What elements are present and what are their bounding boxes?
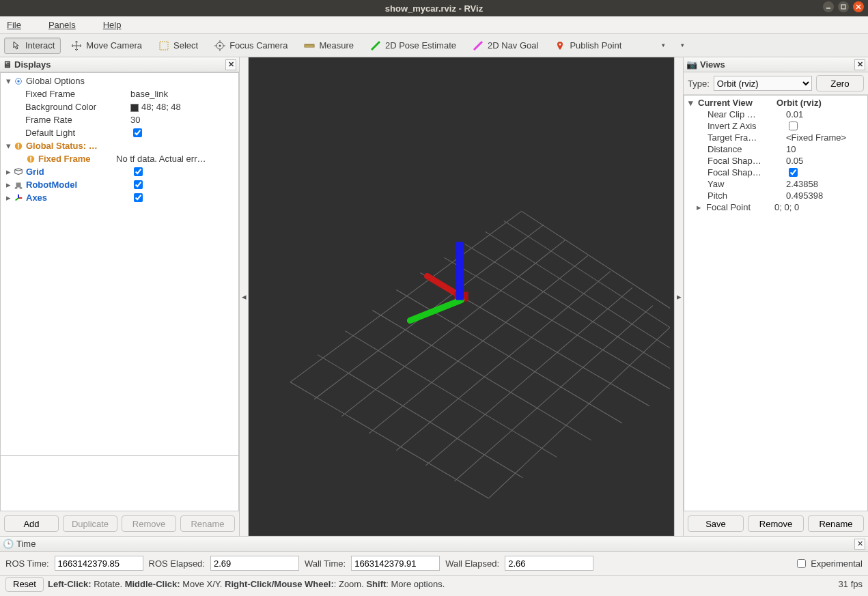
- default-light-label[interactable]: Default Light: [25, 128, 128, 138]
- views-close-icon[interactable]: ✕: [854, 59, 865, 70]
- display-description-box: [0, 455, 239, 511]
- views-remove-button[interactable]: Remove: [748, 515, 804, 532]
- ros-time-value[interactable]: [55, 556, 143, 571]
- add-button[interactable]: Add: [4, 515, 59, 532]
- display-grid-label[interactable]: Grid: [26, 167, 128, 177]
- reset-button[interactable]: Reset: [5, 577, 44, 592]
- maximize-button[interactable]: [838, 1, 849, 12]
- time-close-icon[interactable]: ✕: [854, 539, 865, 550]
- tool-measure[interactable]: Measure: [298, 38, 360, 54]
- tool-focus-camera[interactable]: Focus Camera: [208, 38, 294, 54]
- wall-elapsed-label: Wall Elapsed:: [445, 558, 499, 569]
- minimize-button[interactable]: [823, 1, 834, 12]
- yaw-value[interactable]: 2.43858: [786, 179, 867, 189]
- grid-icon: [13, 167, 24, 178]
- collapse-arrow-icon[interactable]: ▸: [3, 180, 13, 190]
- focal-point-label[interactable]: Focal Point: [706, 202, 774, 212]
- pitch-label[interactable]: Pitch: [708, 190, 786, 201]
- pitch-value[interactable]: 0.495398: [786, 190, 867, 201]
- status-bar: Reset Left-Click: Rotate. Middle-Click: …: [0, 575, 868, 593]
- expand-arrow-icon[interactable]: ▾: [688, 98, 698, 108]
- distance-value[interactable]: 10: [786, 144, 867, 154]
- yaw-label[interactable]: Yaw: [708, 179, 786, 189]
- status-hint: Left-Click: Rotate. Middle-Click: Move X…: [48, 579, 445, 589]
- collapse-arrow-icon[interactable]: ▸: [697, 202, 706, 212]
- frame-rate-value[interactable]: 30: [128, 115, 238, 125]
- fixed-frame-value[interactable]: base_link: [128, 89, 238, 99]
- focal-size-value[interactable]: 0.05: [786, 156, 867, 166]
- tool-move-camera[interactable]: Move Camera: [65, 38, 148, 54]
- time-panel-header[interactable]: 🕒 Time ✕: [0, 537, 868, 552]
- collapse-arrow-icon[interactable]: ▸: [3, 193, 13, 203]
- near-clip-label[interactable]: Near Clip …: [708, 109, 786, 119]
- target-frame-value[interactable]: <Fixed Frame>: [786, 132, 867, 143]
- svg-point-6: [219, 44, 221, 46]
- duplicate-button[interactable]: Duplicate: [63, 515, 117, 532]
- bg-color-value[interactable]: 48; 48; 48: [128, 102, 238, 112]
- views-tree[interactable]: ▾ Current View Orbit (rviz) Near Clip …0…: [684, 95, 868, 511]
- target-frame-label[interactable]: Target Fra…: [708, 132, 786, 143]
- zero-button[interactable]: Zero: [816, 75, 864, 91]
- experimental-checkbox[interactable]: [797, 559, 806, 568]
- rename-button[interactable]: Rename: [180, 515, 235, 532]
- options-icon: [13, 76, 24, 87]
- wall-elapsed-value[interactable]: [505, 556, 593, 571]
- menu-panels[interactable]: Panels: [48, 20, 89, 30]
- focal-fixed-label[interactable]: Focal Shap…: [708, 167, 786, 178]
- tool-2d-nav-goal[interactable]: 2D Nav Goal: [466, 38, 544, 54]
- close-button[interactable]: [853, 1, 864, 12]
- toolbar: Interact Move Camera Select Focus Camera…: [0, 34, 868, 57]
- status-fixed-frame-label[interactable]: Fixed Frame: [38, 154, 113, 164]
- tool-interact[interactable]: Interact: [4, 38, 61, 54]
- clock-icon: 🕒: [3, 539, 14, 549]
- focal-size-label[interactable]: Focal Shap…: [708, 156, 786, 166]
- bg-color-label[interactable]: Background Color: [25, 102, 128, 112]
- focal-point-value[interactable]: 0; 0; 0: [774, 202, 867, 212]
- ros-elapsed-value[interactable]: [210, 556, 299, 571]
- warning-icon: [13, 141, 24, 152]
- svg-line-8: [372, 42, 380, 50]
- tool-2d-pose-estimate[interactable]: 2D Pose Estimate: [364, 38, 462, 54]
- svg-rect-19: [30, 156, 31, 159]
- focal-fixed-checkbox[interactable]: [789, 168, 798, 177]
- display-axes-checkbox[interactable]: [134, 193, 143, 202]
- remove-button[interactable]: Remove: [122, 515, 176, 532]
- tool-select[interactable]: Select: [152, 38, 204, 54]
- minus-dropdown-icon[interactable]: ▼: [660, 42, 666, 48]
- invert-z-checkbox[interactable]: [789, 122, 798, 130]
- menu-file[interactable]: File: [7, 20, 35, 30]
- frame-rate-label[interactable]: Frame Rate: [25, 115, 128, 125]
- expand-arrow-icon[interactable]: ▾: [3, 141, 13, 151]
- views-rename-button[interactable]: Rename: [808, 515, 864, 532]
- displays-panel-header[interactable]: 🖥 Displays ✕: [0, 57, 239, 72]
- displays-tree[interactable]: ▾ Global Options Fixed Frame base_link B…: [0, 72, 239, 456]
- wall-time-value[interactable]: [351, 556, 440, 571]
- axes-icon: [13, 193, 24, 203]
- tool-publish-point[interactable]: Publish Point: [548, 38, 628, 54]
- displays-close-icon[interactable]: ✕: [225, 59, 236, 70]
- near-clip-value[interactable]: 0.01: [786, 109, 867, 119]
- view-type-select[interactable]: Orbit (rviz): [714, 76, 812, 91]
- display-axes-label[interactable]: Axes: [26, 193, 128, 203]
- distance-label[interactable]: Distance: [708, 144, 786, 154]
- display-robot-model-checkbox[interactable]: [134, 180, 143, 189]
- collapse-arrow-icon[interactable]: ▸: [3, 167, 13, 177]
- global-status-label[interactable]: Global Status: …: [26, 141, 128, 151]
- color-swatch: [130, 104, 139, 112]
- views-panel-header[interactable]: 📷 Views ✕: [684, 57, 868, 72]
- invert-z-label[interactable]: Invert Z Axis: [708, 121, 786, 131]
- expand-arrow-icon[interactable]: ▾: [3, 76, 13, 86]
- fixed-frame-label[interactable]: Fixed Frame: [25, 89, 128, 99]
- nav-goal-icon: [473, 40, 484, 51]
- display-grid-checkbox[interactable]: [134, 167, 143, 176]
- menu-help[interactable]: Help: [103, 20, 135, 30]
- eye-dropdown-icon[interactable]: ▼: [680, 42, 685, 48]
- splitter-left[interactable]: ◂: [239, 57, 249, 536]
- splitter-right[interactable]: ▸: [674, 57, 684, 536]
- 3d-viewport[interactable]: [249, 57, 674, 536]
- display-robot-model-label[interactable]: RobotModel: [26, 180, 128, 190]
- default-light-checkbox[interactable]: [133, 128, 142, 137]
- current-view-label[interactable]: Current View: [698, 98, 776, 108]
- views-save-button[interactable]: Save: [688, 515, 744, 532]
- move-camera-icon: [71, 40, 82, 51]
